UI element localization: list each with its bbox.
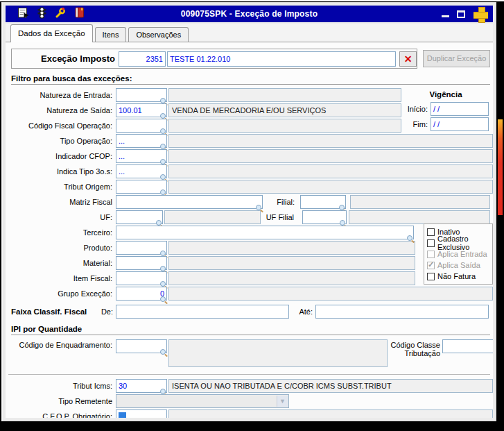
tab-label: Dados da Exceção: [18, 29, 85, 37]
checkbox-box[interactable]: [427, 273, 435, 280]
checkbox-group: InativoCadastro ExclusivoAplica EntradaA…: [424, 223, 493, 285]
checkbox-box[interactable]: [427, 239, 435, 247]
uf-label: UF:: [11, 213, 116, 221]
enquadramento-row: Código de Enquadramento: Código Classe T…: [11, 338, 490, 370]
faixa-de-input[interactable]: [116, 305, 289, 319]
tab-dados-da-excecao[interactable]: Dados da Exceção: [10, 24, 93, 42]
tab-content: Exceção Imposto 2351 TESTE 01.22.010 ✕ D…: [6, 42, 493, 418]
tab-observacoes[interactable]: Observações: [128, 27, 189, 42]
field-description: [168, 119, 401, 133]
chevron-down-icon: ▼: [277, 396, 288, 407]
field-value: ...: [116, 135, 166, 147]
filter-row: Indica Tipo 3o.s:...: [11, 164, 490, 179]
field-input[interactable]: ...: [116, 149, 167, 163]
close-plus-button[interactable]: [473, 6, 489, 22]
inicio-date-input[interactable]: / /: [431, 102, 489, 116]
terceiro-row: Terceiro:: [11, 225, 490, 240]
de-label: De:: [96, 307, 116, 316]
field-input[interactable]: [116, 180, 167, 194]
window-controls: [442, 6, 489, 22]
field-description: [168, 180, 493, 194]
fim-date-input[interactable]: / /: [431, 117, 489, 131]
enquadramento-input[interactable]: [116, 339, 167, 353]
field-description: [168, 256, 415, 270]
lookup-icon[interactable]: [407, 235, 413, 242]
background-orange-bar: [498, 119, 503, 215]
matriz-fiscal-input[interactable]: [116, 195, 263, 209]
fim-label: Fim:: [413, 120, 431, 128]
field-description: [168, 164, 493, 178]
checkbox-label: Aplica Saída: [437, 261, 480, 269]
ipi-section-title: IPI por Quantidade: [11, 325, 490, 335]
duplicate-exception-button[interactable]: Duplicar Exceção: [423, 50, 490, 67]
uf-input[interactable]: [116, 210, 163, 224]
field-value: ...: [116, 165, 166, 178]
exception-header-row: Exceção Imposto 2351 TESTE 01.22.010 ✕ D…: [11, 49, 490, 69]
lookup-icon[interactable]: [256, 205, 262, 211]
faixa-classif-row: Faixa Classif. Fiscal De: Até:: [11, 303, 490, 319]
filter-rows-bottom: Terceiro: Produto:Material:Item Fiscal:G…: [11, 225, 490, 301]
checkbox-box[interactable]: [427, 228, 435, 236]
filter-row: Tribut Origem:: [11, 179, 490, 194]
inicio-date-value: / /: [431, 103, 488, 115]
uf-row: UF: UF Filial: [11, 210, 490, 225]
tipo-remetente-dropdown[interactable]: ▼: [116, 394, 289, 408]
tribut-icms-input[interactable]: 30: [116, 379, 167, 393]
field-input[interactable]: ...: [116, 164, 167, 178]
lookup-icon[interactable]: [160, 296, 166, 303]
tribut-icms-row: Tribut Icms: 30 ISENTA OU NAO TRIBUTADA …: [11, 378, 490, 394]
field-label: Indicador CFOP:: [11, 152, 116, 160]
field-description: [168, 134, 493, 148]
enquadramento-description: [168, 339, 388, 367]
lookup-icon[interactable]: [160, 349, 166, 355]
traffic-light-icon[interactable]: [37, 7, 46, 22]
checkbox-box: [427, 251, 435, 258]
cfop-obrigatorio-row: C.F.O.P. Obrigatório: ...: [11, 409, 490, 418]
wrench-icon[interactable]: [55, 7, 66, 21]
field-label: Material:: [11, 259, 116, 267]
field-description: [168, 88, 401, 102]
tab-itens[interactable]: Itens: [95, 27, 127, 42]
app-window: 009075SPK - Exceção de Imposto Dados da …: [1, 2, 496, 421]
field-input[interactable]: 0: [116, 287, 167, 301]
field-input[interactable]: [116, 119, 167, 133]
tipo-remetente-row: Tipo Remetente ▼: [11, 394, 490, 409]
checkbox-cadastro-exclusivo[interactable]: Cadastro Exclusivo: [427, 237, 492, 248]
cfop-obrigatorio-input[interactable]: ...: [116, 409, 167, 418]
window-body: Dados da Exceção Itens Observações Exceç…: [6, 24, 493, 418]
minimize-button[interactable]: [442, 15, 449, 17]
tipo-remetente-label: Tipo Remetente: [11, 397, 116, 405]
checkbox-aplica-entrada: Aplica Entrada: [427, 248, 492, 260]
uf-filial-input[interactable]: [302, 210, 347, 224]
faixa-ate-input[interactable]: [315, 305, 489, 319]
uf-filial-description: [349, 210, 490, 224]
titlebar-icons: [18, 7, 85, 22]
filter-row: Item Fiscal:: [11, 271, 490, 286]
field-input[interactable]: 100.01: [116, 103, 167, 117]
field-input[interactable]: [116, 271, 167, 285]
field-input[interactable]: ...: [116, 134, 167, 148]
maximize-button[interactable]: [457, 10, 465, 18]
form-export-icon[interactable]: [18, 8, 29, 21]
desktop-top-line: [0, 0, 504, 1]
exception-header-box: Exceção Imposto 2351 TESTE 01.22.010 ✕: [11, 49, 417, 69]
exception-description-input[interactable]: TESTE 01.22.010: [167, 51, 396, 67]
terceiro-input[interactable]: [116, 226, 414, 239]
filial-input[interactable]: [300, 195, 346, 209]
field-label: Código Fiscal Operação:: [11, 121, 116, 130]
matriz-fiscal-row: Matriz Fiscal Filial:: [11, 194, 490, 210]
fim-date-value: / /: [431, 118, 488, 130]
field-input[interactable]: [116, 88, 167, 102]
exception-code-input[interactable]: 2351: [119, 51, 166, 67]
field-value: 100.01: [116, 104, 166, 117]
field-input[interactable]: [116, 241, 167, 255]
classe-label-line2: Tributação: [404, 349, 440, 357]
classe-tributacao-input[interactable]: [442, 339, 493, 353]
book-icon[interactable]: [74, 7, 85, 21]
field-input[interactable]: [116, 256, 167, 270]
checkbox-n-o-fatura[interactable]: Não Fatura: [427, 271, 492, 282]
field-label: Item Fiscal:: [11, 274, 116, 282]
title-bar: 009075SPK - Exceção de Imposto: [6, 6, 493, 22]
filter-rows-top: Vigência Início: / / Fim: / / Natureza d…: [11, 87, 490, 194]
clear-exception-button[interactable]: ✕: [399, 51, 417, 67]
